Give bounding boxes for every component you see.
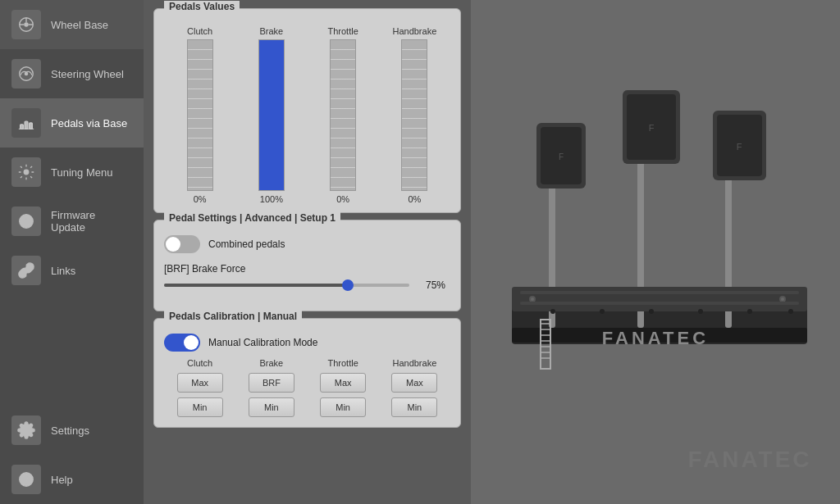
sidebar-item-links[interactable]: Links [0,246,144,295]
brf-label: [BRF] Brake Force [164,263,245,275]
sidebar-label-tuning-menu: Tuning Menu [51,166,112,179]
brf-slider-thumb[interactable] [342,279,354,291]
clutch-bar-column: Clutch 0% [171,26,229,204]
sidebar-item-tuning-menu[interactable]: Tuning Menu [0,148,144,197]
svg-point-6 [25,72,29,76]
svg-rect-40 [512,287,807,311]
handbrake-bar-column: Handbrake 0% [386,26,443,204]
cal-clutch-max-btn[interactable]: Max [177,373,223,393]
svg-rect-16 [471,0,840,504]
brf-row: [BRF] Brake Force 75% [164,263,450,291]
combined-pedals-label: Combined pedals [208,238,285,250]
sidebar-item-settings[interactable]: Settings [0,406,144,455]
pedal-settings-panel: Pedal Settings | Advanced | Setup 1 Comb… [153,220,461,311]
combined-pedals-toggle[interactable] [164,235,200,253]
brf-value: 75% [426,279,450,291]
svg-rect-8 [25,121,28,129]
pedals-values-title: Pedals Values [164,1,240,12]
cal-handbrake-label: Handbrake [392,358,436,368]
tuning-menu-icon [11,157,41,187]
pedal-settings-title: Pedal Settings | Advanced | Setup 1 [164,212,340,224]
svg-rect-7 [21,125,24,129]
clutch-bar-track [187,39,213,191]
brf-slider-track[interactable] [164,284,409,287]
cal-column-throttle: Throttle Max Min [320,358,366,417]
links-icon [11,256,41,285]
settings-icon [11,415,41,445]
pedals-svg-illustration: FANATEC F F [471,0,840,504]
cal-brake-min-btn[interactable]: Min [249,397,294,417]
sidebar-label-wheel-base: Wheel Base [51,19,108,31]
cal-clutch-min-btn[interactable]: Min [177,397,223,417]
sidebar-item-help[interactable]: Help [0,455,144,504]
brf-slider-row: 75% [164,279,450,291]
help-icon [11,465,41,494]
svg-point-51 [698,309,703,314]
sidebar-label-pedals-via-base: Pedals via Base [51,117,127,129]
sidebar-label-settings: Settings [51,425,89,437]
firmware-update-icon [11,207,41,236]
cal-clutch-label: Clutch [187,358,212,368]
cal-throttle-max-btn[interactable]: Max [320,373,366,393]
calibration-title: Pedals Calibration | Manual [164,311,302,322]
manual-calibration-toggle[interactable] [164,334,200,352]
throttle-bar-column: Throttle 0% [314,26,372,204]
sidebar-label-firmware-update: Firmware Update [51,209,132,234]
sidebar-item-steering-wheel[interactable]: Steering Wheel [0,49,144,98]
main-content: Pedals Values Clutch 0% Brake 100% Thr [144,0,471,504]
sidebar-item-pedals-via-base[interactable]: Pedals via Base [0,98,144,148]
bars-container: Clutch 0% Brake 100% Throttle [164,24,450,204]
svg-point-11 [24,170,29,175]
svg-point-44 [781,297,784,301]
cal-brake-label: Brake [260,358,284,368]
svg-point-1 [24,22,29,27]
combined-pedals-row: Combined pedals [164,235,450,253]
brake-percent: 100% [260,194,283,204]
svg-point-50 [649,309,654,314]
svg-text:F: F [737,142,742,152]
pedals-calibration-panel: Pedals Calibration | Manual Manual Calib… [153,318,461,428]
cal-column-clutch: Clutch Max Min [177,358,223,417]
svg-point-43 [531,297,534,301]
svg-text:FANATEC: FANATEC [602,328,709,348]
pedals-values-panel: Pedals Values Clutch 0% Brake 100% Thr [153,8,461,213]
svg-rect-9 [30,123,33,129]
cal-throttle-min-btn[interactable]: Min [320,397,366,417]
sidebar-item-wheel-base[interactable]: Wheel Base [0,0,144,49]
pedals-image-area: FANATEC F F [471,0,840,504]
svg-rect-46 [520,302,799,305]
brake-label: Brake [260,26,284,36]
sidebar-label-steering-wheel: Steering Wheel [51,68,124,80]
cal-handbrake-max-btn[interactable]: Max [391,373,437,393]
svg-text:F: F [649,123,655,133]
sidebar: Wheel Base Steering Wheel Pedals via Bas… [0,0,144,504]
brake-bar-fill [259,40,284,190]
cal-column-brake: Brake BRF Min [249,358,294,417]
handbrake-label: Handbrake [392,26,436,36]
svg-rect-45 [520,291,799,294]
cal-brake-max-btn[interactable]: BRF [249,373,294,393]
svg-text:FANATEC: FANATEC [687,447,811,472]
sidebar-item-firmware-update[interactable]: Firmware Update [0,197,144,246]
handbrake-percent: 0% [408,194,421,204]
sidebar-label-links: Links [51,265,75,277]
steering-wheel-icon [11,59,41,89]
brake-bar-column: Brake 100% [243,26,300,204]
cal-column-handbrake: Handbrake Max Min [391,358,437,417]
throttle-label: Throttle [327,26,358,36]
wheel-base-icon [11,10,41,39]
svg-text:F: F [559,152,564,161]
svg-point-52 [747,309,752,314]
brf-slider-fill [164,284,348,287]
manual-calibration-label: Manual Calibration Mode [208,337,317,348]
cal-handbrake-min-btn[interactable]: Min [391,397,437,417]
calibration-columns: Clutch Max Min Brake BRF Min Throttle Ma… [164,358,450,417]
svg-point-48 [550,309,555,314]
throttle-bar-track [330,39,356,191]
sidebar-label-help: Help [51,474,73,486]
clutch-label: Clutch [187,26,212,36]
svg-point-49 [600,309,605,314]
manual-calibration-row: Manual Calibration Mode [164,334,450,352]
brake-bar-track [258,39,285,191]
pedals-via-base-icon [11,108,41,138]
